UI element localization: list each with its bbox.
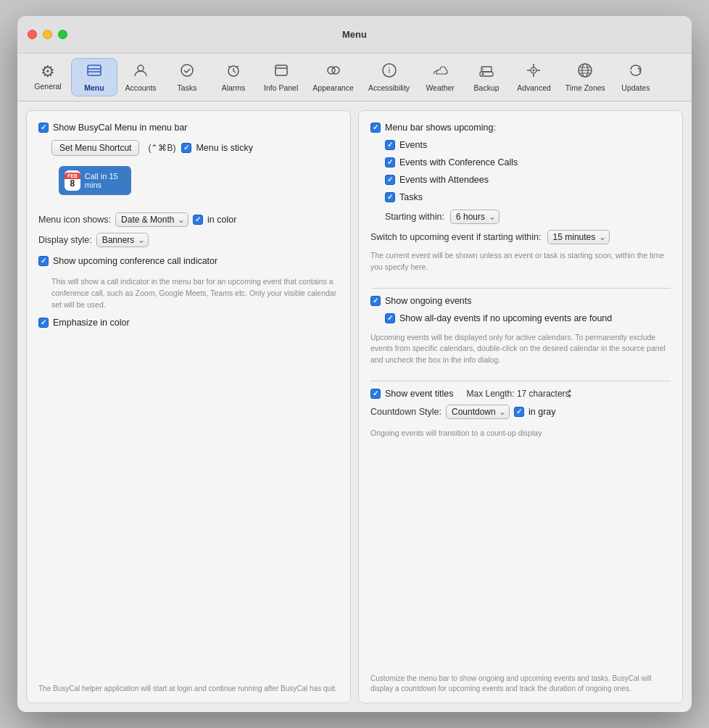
backup-icon [478, 62, 494, 81]
show-busycal-checkbox[interactable] [38, 123, 49, 133]
alarms-icon [225, 62, 241, 81]
svg-rect-0 [88, 65, 101, 75]
events-checkbox-label[interactable]: Events [385, 140, 427, 150]
show-allday-label: Show all-day events if no upcoming event… [399, 313, 612, 323]
menu-sticky-label[interactable]: Menu is sticky [181, 143, 253, 153]
conf-call-checkbox[interactable] [38, 256, 49, 266]
toolbar-item-backup[interactable]: Backup [463, 59, 510, 96]
show-event-titles-checkbox-label[interactable]: Show event titles [370, 389, 454, 399]
toolbar-label-general: General [34, 82, 61, 91]
banners-select-wrapper[interactable]: Banners [96, 233, 149, 247]
show-allday-checkbox[interactable] [385, 313, 395, 323]
in-gray-label[interactable]: in gray [514, 407, 556, 417]
show-event-titles-row: Show event titles Max Length: 17 charact… [370, 389, 671, 399]
tasks-checkbox[interactable] [385, 192, 395, 202]
countdown-select[interactable]: Countdown [446, 405, 510, 419]
toolbar-item-alarms[interactable]: Alarms [210, 59, 257, 96]
countdown-style-label: Countdown Style: [370, 407, 441, 417]
show-busycal-label: Show BusyCal Menu in menu bar [53, 123, 188, 133]
events-checkbox[interactable] [385, 140, 395, 150]
app-window: Menu ⚙ General Menu Ac [17, 16, 692, 712]
starting-within-select-wrapper[interactable]: 6 hours [450, 210, 499, 224]
calendar-icon: FEB 8 [65, 170, 80, 191]
toolbar-label-info-panel: Info Panel [264, 83, 298, 92]
countdown-select-wrapper[interactable]: Countdown [446, 405, 510, 419]
toolbar-item-advanced[interactable]: Advanced [510, 59, 558, 96]
in-color-label[interactable]: in color [193, 215, 236, 225]
show-ongoing-checkbox-label[interactable]: Show ongoing events [370, 296, 472, 306]
tasks-checkbox-label[interactable]: Tasks [385, 192, 423, 202]
toolbar-item-time-zones[interactable]: Time Zones [558, 59, 613, 96]
toolbar-item-tasks[interactable]: Tasks [164, 59, 210, 96]
emphasize-row: Emphasize in color [38, 318, 339, 328]
toolbar-item-weather[interactable]: Weather [417, 59, 463, 96]
stepper-down[interactable]: ▼ [567, 394, 573, 400]
toolbar-label-advanced: Advanced [517, 83, 551, 92]
content-area: Show BusyCal Menu in menu bar Set Menu S… [17, 102, 692, 712]
events-conf-calls-label[interactable]: Events with Conference Calls [385, 157, 518, 167]
accessibility-icon: i [381, 62, 397, 81]
set-menu-shortcut-button[interactable]: Set Menu Shortcut [51, 140, 139, 156]
svg-point-25 [533, 70, 535, 72]
tasks-label: Tasks [399, 192, 423, 202]
toolbar-label-menu: Menu [84, 83, 104, 92]
menu-icon [86, 62, 102, 81]
menu-bar-shows-checkbox[interactable] [370, 123, 381, 133]
events-attendees-label[interactable]: Events with Attendees [385, 175, 489, 185]
close-button[interactable] [28, 30, 37, 39]
right-panel-footer: Customize the menu bar to show ongoing a… [370, 674, 671, 694]
svg-point-17 [482, 73, 484, 75]
show-ongoing-checkbox[interactable] [370, 296, 381, 306]
events-attendees-checkbox[interactable] [385, 175, 395, 185]
show-busycal-checkbox-label[interactable]: Show BusyCal Menu in menu bar [38, 123, 188, 133]
svg-line-7 [233, 71, 236, 73]
events-conf-calls-row: Events with Conference Calls [370, 157, 671, 167]
events-attendees-text: Events with Attendees [399, 175, 489, 185]
toolbar-item-accessibility[interactable]: i Accessibility [361, 59, 417, 96]
emphasize-checkbox[interactable] [38, 318, 49, 328]
divider-1 [370, 288, 671, 289]
conf-call-checkbox-label[interactable]: Show upcoming conference call indicator [38, 256, 217, 266]
show-allday-checkbox-label[interactable]: Show all-day events if no upcoming event… [385, 313, 612, 323]
shortcut-row: Set Menu Shortcut (⌃⌘B) Menu is sticky [51, 140, 339, 156]
zoom-button[interactable] [58, 30, 67, 39]
toolbar-label-weather: Weather [426, 83, 455, 92]
ongoing-hint: Ongoing events will transition to a coun… [370, 428, 671, 439]
toolbar-label-accounts: Accounts [125, 83, 156, 92]
toolbar-item-updates[interactable]: Updates [613, 59, 659, 96]
svg-line-9 [236, 66, 239, 67]
starting-within-select[interactable]: 6 hours [450, 210, 499, 224]
toolbar-item-menu[interactable]: Menu [71, 58, 117, 96]
in-color-text: in color [207, 215, 236, 225]
updates-icon [628, 62, 644, 81]
minimize-button[interactable] [43, 30, 52, 39]
events-conf-calls-checkbox[interactable] [385, 157, 395, 167]
show-event-titles-checkbox[interactable] [370, 389, 381, 399]
toolbar-item-general[interactable]: ⚙ General [25, 60, 71, 94]
switch-select[interactable]: 15 minutes [547, 230, 610, 244]
date-month-select[interactable]: Date & Month [115, 212, 188, 227]
menu-bar-shows-checkbox-label[interactable]: Menu bar shows upcoming: [370, 123, 496, 133]
toolbar-item-appearance[interactable]: Appearance [305, 59, 361, 96]
toolbar-item-accounts[interactable]: Accounts [117, 59, 164, 96]
emphasize-checkbox-label[interactable]: Emphasize in color [38, 318, 130, 328]
menu-sticky-checkbox[interactable] [181, 143, 191, 153]
advanced-icon [526, 62, 542, 81]
accounts-icon [133, 62, 149, 81]
tasks-row: Tasks [370, 192, 671, 202]
left-panel: Show BusyCal Menu in menu bar Set Menu S… [26, 110, 351, 703]
date-month-select-wrapper[interactable]: Date & Month [115, 212, 188, 227]
display-style-label: Display style: [38, 235, 92, 245]
banners-select[interactable]: Banners [96, 233, 149, 247]
divider-2 [370, 381, 671, 381]
switch-select-wrapper[interactable]: 15 minutes [547, 230, 610, 244]
toolbar-item-info-panel[interactable]: Info Panel [257, 59, 305, 96]
info-panel-icon [273, 62, 289, 81]
max-length-label: Max Length: 17 characters [467, 389, 570, 399]
svg-point-3 [138, 65, 144, 71]
events-label: Events [399, 140, 427, 150]
in-color-checkbox[interactable] [193, 215, 203, 225]
conf-call-hint: This will show a call indicator in the m… [51, 276, 339, 310]
in-gray-checkbox[interactable] [514, 407, 524, 417]
toolbar-label-updates: Updates [621, 83, 650, 92]
